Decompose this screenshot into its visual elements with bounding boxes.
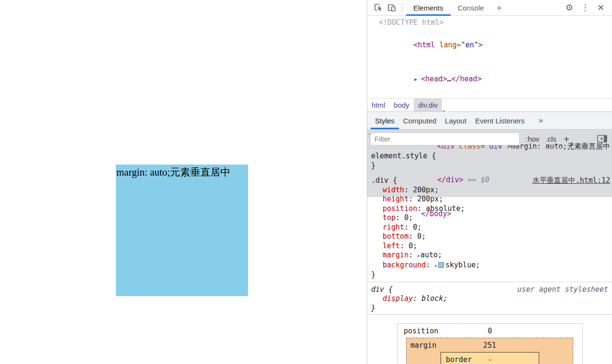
expand-shorthand-icon[interactable]: ▸ bbox=[434, 263, 438, 269]
colon: : bbox=[413, 294, 421, 303]
sidebar-more-tabs-chevron[interactable]: » bbox=[532, 112, 550, 129]
stylesheet-source-link[interactable]: 水平垂直居中.html:12 bbox=[533, 176, 610, 186]
colon: : bbox=[408, 251, 417, 259]
colon: : bbox=[426, 261, 434, 269]
colon: : bbox=[417, 204, 426, 213]
prop-value[interactable]: absolute; bbox=[426, 204, 465, 213]
prop-name[interactable]: bottom bbox=[383, 232, 408, 241]
colon: : bbox=[400, 242, 408, 250]
computed-sidebar-toggle-icon[interactable] bbox=[597, 135, 607, 143]
more-tabs-chevron[interactable]: » bbox=[491, 3, 507, 12]
margin-top-value[interactable]: 251 bbox=[407, 341, 573, 350]
toolbar-separator bbox=[402, 3, 402, 12]
expand-shorthand-icon[interactable]: ▸ bbox=[417, 253, 420, 259]
css-prop-position: position: absolute; bbox=[371, 204, 611, 214]
hover-state-button[interactable]: :hov bbox=[526, 135, 539, 143]
inspect-element-icon[interactable] bbox=[373, 2, 384, 13]
prop-name[interactable]: top bbox=[383, 213, 396, 222]
tab-elements[interactable]: Elements bbox=[406, 0, 451, 16]
border-top-value[interactable]: - bbox=[441, 355, 539, 364]
tab-console-label: Console bbox=[458, 4, 484, 12]
breadcrumb-div-div[interactable]: div.div bbox=[414, 99, 442, 111]
element-style-rule: element.style { } bbox=[367, 149, 612, 172]
box-model-border-row: border - bbox=[441, 353, 539, 364]
element-style-selector[interactable]: element.style { bbox=[371, 152, 436, 161]
tab-layout[interactable]: Layout bbox=[441, 112, 471, 129]
styles-pane: element.style { } .div { 水平垂直居中.html:12 … bbox=[367, 149, 612, 364]
css-prop-width: width: 200px; bbox=[371, 186, 611, 195]
prop-name[interactable]: position bbox=[383, 204, 417, 213]
css-prop-bottom: bottom: 0; bbox=[371, 232, 611, 242]
prop-name[interactable]: margin bbox=[383, 251, 408, 259]
prop-value[interactable]: 0; bbox=[408, 242, 417, 250]
spacer bbox=[397, 176, 533, 186]
toolbar-right-group: ⚙ ⋮ ✕ bbox=[566, 3, 612, 12]
ua-stylesheet-label: user agent stylesheet bbox=[517, 285, 608, 295]
close-icon[interactable]: ✕ bbox=[597, 3, 604, 12]
ua-rule-selector[interactable]: div { bbox=[371, 285, 393, 295]
prop-name[interactable]: right bbox=[383, 223, 404, 232]
box-model-diagram: position 0 margin 251 border - bbox=[397, 323, 583, 364]
tab-styles[interactable]: Styles bbox=[371, 112, 399, 129]
prop-name[interactable]: left bbox=[383, 242, 400, 250]
colon: : bbox=[404, 186, 413, 194]
head-open-tag: <head> bbox=[421, 75, 447, 83]
breadcrumb-html[interactable]: html bbox=[367, 99, 389, 111]
styles-filter-bar: :hov .cls + bbox=[367, 130, 612, 148]
prop-value[interactable]: auto; bbox=[420, 251, 442, 259]
box-model-margin-box[interactable]: margin 251 border - bbox=[406, 338, 573, 364]
box-model-margin-row: margin 251 bbox=[407, 338, 573, 352]
settings-gear-icon[interactable]: ⚙ bbox=[566, 3, 573, 12]
prop-value[interactable]: block; bbox=[421, 294, 447, 303]
devtools-toolbar: Elements Console » ⚙ ⋮ ✕ bbox=[367, 0, 612, 16]
page-skyblue-box: margin: auto;元素垂直居中 bbox=[116, 165, 248, 296]
dom-html-open[interactable]: <html lang="en"> bbox=[367, 29, 612, 63]
prop-value[interactable]: 0; bbox=[413, 223, 421, 232]
prop-value[interactable]: 200px; bbox=[413, 186, 439, 194]
dropdown-corner-icon bbox=[570, 142, 573, 145]
prop-value[interactable]: skyblue; bbox=[445, 261, 480, 269]
dom-doctype[interactable]: <!DOCTYPE html> bbox=[367, 17, 612, 29]
dom-head-node[interactable]: ▶<head>…</head> bbox=[367, 62, 612, 96]
equals: = bbox=[457, 41, 461, 49]
page-box-text: margin: auto;元素垂直居中 bbox=[116, 166, 230, 178]
breadcrumb-body[interactable]: body bbox=[389, 99, 414, 111]
kebab-menu-icon[interactable]: ⋮ bbox=[581, 3, 589, 12]
css-prop-height: height: 200px; bbox=[371, 195, 611, 204]
device-toolbar-icon[interactable] bbox=[386, 2, 397, 13]
div-rule-selector[interactable]: .div { bbox=[371, 176, 397, 186]
position-top-value[interactable]: 0 bbox=[397, 327, 582, 335]
css-prop-top: top: 0; bbox=[371, 213, 611, 223]
closing-brace: } bbox=[371, 161, 375, 171]
prop-name[interactable]: width bbox=[383, 186, 404, 194]
prop-name[interactable]: background bbox=[383, 261, 426, 269]
box-model-border-box[interactable]: border - bbox=[441, 352, 539, 364]
devtools-panel: Elements Console » ⚙ ⋮ ✕ <!DOCTYPE html>… bbox=[367, 0, 612, 364]
quote: " bbox=[474, 41, 478, 49]
filter-input[interactable] bbox=[370, 132, 520, 145]
prop-name[interactable]: display bbox=[383, 294, 413, 303]
tab-computed[interactable]: Computed bbox=[399, 112, 441, 129]
new-style-rule-button[interactable]: + bbox=[564, 134, 569, 144]
spacer bbox=[393, 285, 517, 295]
colon: : bbox=[408, 232, 417, 241]
prop-name[interactable]: height bbox=[383, 195, 408, 203]
dom-tree: <!DOCTYPE html> <html lang="en"> ▶<head>… bbox=[367, 16, 612, 98]
prop-value[interactable]: 200px; bbox=[417, 195, 443, 203]
prop-value[interactable]: 0; bbox=[417, 232, 426, 241]
class-toggle-button[interactable]: .cls bbox=[545, 135, 556, 143]
html-attr-value: en bbox=[465, 41, 474, 49]
html-tag: <html bbox=[413, 41, 439, 49]
closing-brace: } bbox=[371, 304, 375, 313]
prop-value[interactable]: 0; bbox=[404, 213, 413, 222]
quote: " bbox=[461, 41, 465, 49]
css-prop-right: right: 0; bbox=[371, 223, 611, 232]
chevron-right-icon[interactable]: ▶ bbox=[414, 74, 421, 85]
css-prop-background: background: ▸skyblue; bbox=[371, 261, 611, 271]
tab-event-listeners[interactable]: Event Listeners bbox=[471, 112, 529, 129]
color-swatch-skyblue[interactable] bbox=[438, 262, 444, 268]
tab-elements-label: Elements bbox=[413, 4, 443, 12]
breadcrumb: html body div.div bbox=[367, 98, 612, 111]
div-class-rule: .div { 水平垂直居中.html:12 width: 200px; heig… bbox=[367, 172, 612, 282]
tab-console[interactable]: Console bbox=[451, 0, 491, 16]
